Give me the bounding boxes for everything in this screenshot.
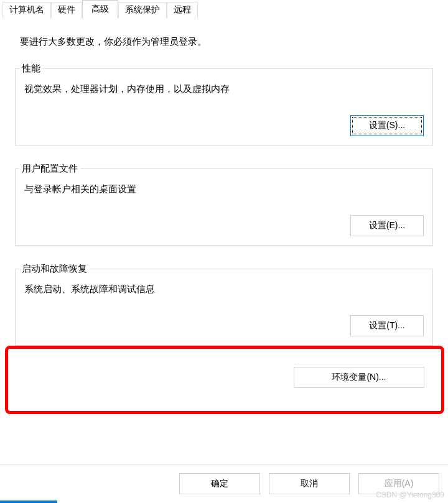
tab-remote[interactable]: 远程 bbox=[167, 2, 198, 18]
env-vars-row: 环境变量(N)... bbox=[15, 363, 433, 393]
group-performance-desc: 视觉效果，处理器计划，内存使用，以及虚拟内存 bbox=[16, 75, 432, 98]
user-profiles-settings-button[interactable]: 设置(E)... bbox=[350, 215, 424, 236]
group-startup-recovery: 启动和故障恢复 系统启动、系统故障和调试信息 设置(T)... bbox=[15, 263, 433, 346]
admin-notice: 要进行大多数更改，你必须作为管理员登录。 bbox=[20, 36, 433, 48]
startup-recovery-settings-button[interactable]: 设置(T)... bbox=[350, 315, 424, 336]
taskbar-progress-sliver bbox=[0, 501, 57, 503]
performance-settings-button[interactable]: 设置(S)... bbox=[350, 115, 424, 136]
tab-hardware[interactable]: 硬件 bbox=[51, 2, 82, 18]
tab-strip: 计算机名 硬件 高级 系统保护 远程 bbox=[2, 0, 446, 19]
apply-button[interactable]: 应用(A) bbox=[358, 473, 439, 494]
tab-system-protection[interactable]: 系统保护 bbox=[118, 2, 167, 18]
ok-button[interactable]: 确定 bbox=[179, 473, 260, 494]
group-user-profiles: 用户配置文件 与登录帐户相关的桌面设置 设置(E)... bbox=[15, 163, 433, 246]
group-startup-recovery-legend: 启动和故障恢复 bbox=[19, 263, 90, 275]
tab-content-advanced: 要进行大多数更改，你必须作为管理员登录。 性能 视觉效果，处理器计划，内存使用，… bbox=[0, 19, 448, 399]
group-performance: 性能 视觉效果，处理器计划，内存使用，以及虚拟内存 设置(S)... bbox=[15, 63, 433, 145]
cancel-button[interactable]: 取消 bbox=[269, 473, 350, 494]
environment-variables-button[interactable]: 环境变量(N)... bbox=[294, 367, 424, 388]
group-startup-recovery-desc: 系统启动、系统故障和调试信息 bbox=[16, 275, 432, 298]
dialog-footer: 确定 取消 应用(A) bbox=[0, 464, 448, 503]
group-user-profiles-desc: 与登录帐户相关的桌面设置 bbox=[16, 175, 432, 198]
group-user-profiles-legend: 用户配置文件 bbox=[19, 163, 80, 175]
tab-computer-name[interactable]: 计算机名 bbox=[2, 2, 51, 18]
tab-advanced[interactable]: 高级 bbox=[82, 0, 118, 19]
group-performance-legend: 性能 bbox=[19, 63, 43, 75]
